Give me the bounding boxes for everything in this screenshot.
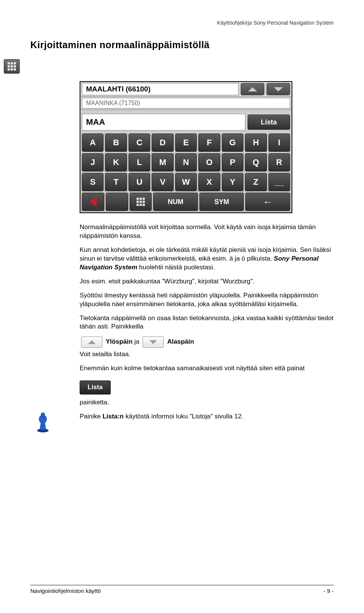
paragraph: Ylöspäin ja Alaspäin [80, 336, 334, 348]
key-i[interactable]: I [268, 134, 290, 152]
key-v[interactable]: V [152, 173, 173, 191]
info-pawn-icon [35, 412, 51, 435]
paragraph: Syöttösi ilmestyy kentässä heti näppäimi… [80, 291, 334, 309]
key-space[interactable]: __ [268, 173, 290, 191]
key-s[interactable]: S [82, 173, 104, 191]
keypad-screenshot: MAALAHTI (66100) MAANINKA (71750) MAA Li… [80, 81, 292, 213]
key-f[interactable]: F [198, 134, 220, 152]
key-c[interactable]: C [129, 134, 150, 152]
spacer-button [106, 193, 128, 211]
text: käytöstä informoi luku "Listoja" sivulla… [124, 413, 243, 420]
key-p[interactable]: P [222, 153, 243, 171]
key-h[interactable]: H [245, 134, 267, 152]
key-g[interactable]: G [222, 134, 243, 152]
paragraph: Tietokanta näppäimellä on osaa listan ti… [80, 314, 334, 332]
key-y[interactable]: Y [222, 173, 243, 191]
text-input[interactable]: MAA [82, 114, 245, 130]
chevron-down-icon [149, 340, 157, 344]
sym-button[interactable]: SYM [199, 193, 244, 211]
up-button-inline[interactable] [81, 336, 102, 348]
key-j[interactable]: J [82, 153, 104, 171]
paragraph: Painike Lista:n käytöstä informoi luku "… [80, 412, 334, 421]
key-a[interactable]: A [82, 134, 104, 152]
paragraph: Enemmän kuin kolme tietokantaa samanaika… [80, 364, 334, 373]
lista-button[interactable]: Lista [248, 115, 290, 130]
button-name: Lista:n [102, 413, 124, 420]
key-u[interactable]: U [129, 173, 150, 191]
key-q[interactable]: Q [245, 153, 267, 171]
chevron-up-icon [248, 87, 257, 91]
text: ja [133, 338, 141, 346]
footer-page-number: - 9 - [323, 588, 334, 594]
paragraph: Kun annat kohdetietoja, ei ole tärkeätä … [80, 246, 334, 272]
key-z[interactable]: Z [245, 173, 267, 191]
key-w[interactable]: W [175, 173, 197, 191]
chevron-up-icon [88, 340, 96, 344]
suggestion-secondary[interactable]: MAANINKA (71750) [82, 98, 290, 108]
grid-icon [136, 198, 145, 206]
key-d[interactable]: D [152, 134, 173, 152]
key-b[interactable]: B [105, 134, 127, 152]
key-r[interactable]: R [268, 153, 290, 171]
lista-button-image[interactable]: Lista [80, 380, 111, 395]
paragraph: Voit selailla listaa. [80, 350, 334, 359]
keypad-mode-icon [4, 59, 20, 74]
paragraph: Jos esim. etsit paikkakuntaa "Würzburg",… [80, 277, 334, 286]
scroll-down-button[interactable] [267, 83, 290, 95]
suggestion-primary[interactable]: MAALAHTI (66100) [82, 83, 238, 95]
key-x[interactable]: X [198, 173, 220, 191]
key-n[interactable]: N [175, 153, 197, 171]
up-label: Ylöspäin [106, 338, 133, 346]
key-o[interactable]: O [198, 153, 220, 171]
grid-mode-button[interactable] [130, 193, 152, 211]
grid-icon [8, 62, 16, 71]
back-triangle-icon [89, 197, 97, 206]
key-e[interactable]: E [175, 134, 197, 152]
num-button[interactable]: NUM [153, 193, 198, 211]
key-l[interactable]: L [129, 153, 150, 171]
section-title: Kirjoittaminen normaalinäppäimistöllä [30, 39, 334, 50]
down-button-inline[interactable] [143, 336, 164, 348]
key-t[interactable]: T [105, 173, 127, 191]
chevron-down-icon [274, 87, 283, 91]
paragraph: Normaalinäppäimistöllä voit kirjoittaa s… [80, 223, 334, 240]
text: huolehtii näistä puolestasi. [137, 264, 215, 271]
paragraph: painiketta. [80, 398, 334, 407]
backspace-button[interactable]: ← [245, 193, 290, 211]
footer-left: Navigointiohjelmiston käyttö [30, 588, 101, 594]
back-button[interactable] [82, 193, 104, 211]
scroll-up-button[interactable] [241, 83, 264, 95]
backspace-arrow-icon: ← [263, 196, 273, 208]
down-label: Alaspäin [167, 338, 194, 346]
key-m[interactable]: M [152, 153, 173, 171]
text: Painike [80, 413, 102, 420]
key-k[interactable]: K [105, 153, 127, 171]
svg-point-1 [41, 413, 45, 417]
doc-header: Käyttöohjekirja Sony Personal Navigation… [30, 20, 334, 26]
